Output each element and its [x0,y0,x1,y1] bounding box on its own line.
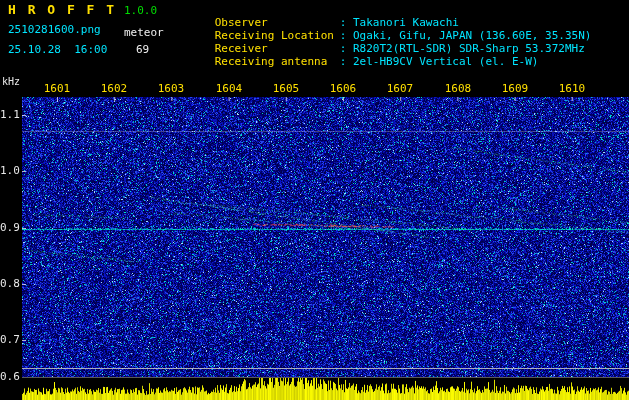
mode-label: meteor [124,27,164,39]
x-tick-label: 1606 [330,83,357,95]
x-tick-label: 1609 [502,83,529,95]
info-label: Receiver [215,42,340,55]
hrofft-output-window: H R O F F T 1.0.0 2510281600.png meteor … [0,0,629,400]
y-axis-unit: kHz [2,76,20,87]
x-tick-label: 1604 [216,83,243,95]
y-tick-label: 0.9 [0,222,19,234]
info-value: : Ogaki, Gifu, JAPAN (136.60E, 35.35N) [340,29,592,42]
datetime-label: 25.10.28 16:00 [8,44,107,56]
x-tick-label: 1608 [445,83,472,95]
x-tick-label: 1607 [387,83,414,95]
info-value: : Takanori Kawachi [340,16,459,29]
app-title: H R O F F T [8,3,116,17]
app-version: 1.0.0 [124,5,157,17]
info-row-observer: Observer: Takanori Kawachi [175,3,591,16]
y-tick-label: 0.6 [0,371,19,383]
output-filename: 2510281600.png [8,24,101,36]
y-tick-label: 0.7 [0,334,19,346]
y-tick-label: 1.0 [0,165,19,177]
y-tick-label: 1.1 [0,109,19,121]
x-tick-label: 1605 [273,83,300,95]
info-value: : 2el-HB9CV Vertical (el. E-W) [340,55,539,68]
x-tick-label: 1603 [158,83,185,95]
y-tick-label: 0.8 [0,278,19,290]
info-label: Observer [215,16,340,29]
echo-count: 69 [136,44,149,56]
observer-info-block: Observer: Takanori Kawachi Receiving Loc… [175,3,591,55]
info-label: Receiving Location [215,29,340,42]
info-label: Receiving antenna [215,55,340,68]
x-tick-label: 1601 [44,83,71,95]
info-value: : R820T2(RTL-SDR) SDR-Sharp 53.372MHz [340,42,585,55]
x-tick-label: 1610 [559,83,586,95]
x-tick-label: 1602 [101,83,128,95]
